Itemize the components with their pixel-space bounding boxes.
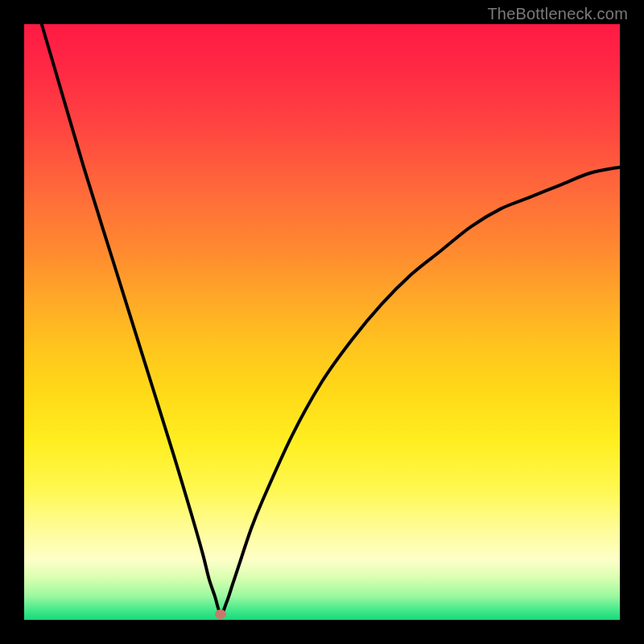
- bottleneck-curve: [24, 24, 620, 620]
- chart-frame: TheBottleneck.com: [0, 0, 644, 644]
- plot-area: [24, 24, 620, 620]
- optimum-marker-icon: [215, 609, 226, 619]
- watermark-text: TheBottleneck.com: [487, 5, 628, 23]
